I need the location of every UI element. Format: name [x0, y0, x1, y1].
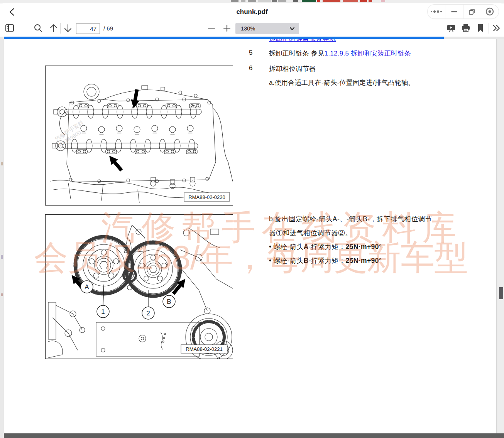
titlebar: chunk.pdf	[0, 3, 504, 20]
bookmark-button[interactable]	[475, 23, 485, 33]
pdf-page: 拆卸正时链条张紧导轨 5 拆卸正时链条 参见1.12.9.5 拆卸和安装正时链条…	[4, 39, 497, 433]
bg-fragment	[248, 0, 256, 2]
toolbar-divider	[489, 23, 489, 34]
focus-circle-button[interactable]	[481, 5, 499, 19]
zoom-out-button[interactable]	[206, 23, 216, 33]
more-options-button[interactable]	[428, 5, 445, 19]
step-b-line1: b.旋出固定螺栓-箭头A-、-箭头B-，拆下排气相位调节	[269, 212, 454, 226]
clipped-text-line: 拆卸正时链条张紧导轨	[269, 39, 336, 43]
double-chevron-right-icon	[492, 23, 502, 33]
dot-icon	[437, 10, 439, 13]
left-edge-strip	[0, 39, 4, 438]
horizontal-scrollbar-thumb[interactable]	[4, 433, 504, 438]
bullet-bold: B	[304, 257, 309, 264]
page-number-input[interactable]	[76, 23, 100, 34]
printer-icon	[461, 23, 471, 33]
timing-chain-link[interactable]: 1.12.9.5 拆卸和安装正时链条	[324, 50, 411, 57]
bg-fragment	[1, 162, 3, 165]
presentation-button[interactable]	[446, 23, 456, 33]
minimize-icon	[450, 7, 458, 16]
bg-fragment	[1, 293, 3, 296]
dot-icon	[433, 10, 436, 13]
torque-value: 25N·m+90°	[345, 257, 382, 264]
torque-bullet-b: • 螺栓-箭头B-拧紧力矩：25N·m+90°	[269, 254, 454, 268]
bg-fragment	[317, 0, 320, 2]
toolbar-divider	[219, 23, 219, 34]
callout-a-label: A	[85, 283, 89, 291]
figure1-label: RMA88-02-0220	[188, 194, 225, 200]
app-window: chunk.pdf	[0, 0, 504, 438]
bg-fragment	[323, 0, 340, 2]
figure-cam-phasers: A B 1 2 RMA88-02-0221	[45, 214, 233, 359]
step-number: 5	[249, 49, 252, 57]
bullet-bold: A	[304, 243, 309, 251]
zoom-in-button[interactable]	[222, 23, 232, 33]
restore-window-button[interactable]	[463, 5, 481, 19]
bullet-text: -拧紧力矩：	[309, 257, 346, 264]
more-tools-button[interactable]	[492, 23, 502, 33]
bg-fragment	[293, 0, 298, 2]
page-down-button[interactable]	[63, 23, 73, 33]
step-b-line2: 器①和进气相位调节器②。	[269, 226, 454, 240]
zoom-level-select[interactable]: 130%	[235, 23, 299, 34]
torque-value: 25N·m+90°	[345, 243, 382, 251]
figure2-label: RMA88-02-0221	[186, 346, 222, 352]
bookmark-icon	[475, 23, 485, 33]
minimize-button[interactable]	[445, 5, 463, 19]
pdf-toolbar: / 69 130%	[0, 20, 504, 37]
arrow-down-icon	[63, 23, 73, 33]
step-5-label: 拆卸正时链条 参见	[269, 50, 324, 57]
step-a-text: a.使用合适工具在-箭头-位置固定进/排气凸轮轴。	[269, 78, 415, 87]
presentation-icon	[446, 23, 456, 33]
print-button[interactable]	[461, 23, 471, 33]
bg-fragment	[302, 0, 316, 2]
step-5-text: 拆卸正时链条 参见1.12.9.5 拆卸和安装正时链条	[269, 49, 411, 58]
step-number: 6	[249, 64, 252, 72]
step-6-text: 拆卸相位调节器	[269, 64, 316, 73]
step-b-block: b.旋出固定螺栓-箭头A-、-箭头B-，拆下排气相位调节 器①和进气相位调节器②…	[269, 212, 454, 268]
callout-2-label: 2	[146, 310, 150, 317]
minus-icon	[206, 23, 216, 33]
bullet-text: -拧紧力矩：	[309, 243, 346, 251]
chevron-down-icon	[289, 25, 295, 32]
plus-icon	[222, 23, 232, 33]
bg-fragment	[278, 0, 286, 2]
dot-icon	[440, 11, 442, 12]
page-up-button[interactable]	[49, 23, 59, 33]
figure-camshafts: 汽修帮手资料 ID:749600 RMA88-02-0220	[45, 66, 233, 206]
bg-fragment	[1, 255, 3, 259]
search-button[interactable]	[33, 23, 43, 33]
bullet-text: • 螺栓-箭头	[269, 257, 304, 264]
bg-fragment	[381, 0, 385, 2]
callout-1-label: 1	[101, 308, 105, 315]
bg-fragment	[369, 0, 372, 2]
window-controls	[427, 4, 499, 19]
bg-fragment	[231, 0, 238, 2]
bg-fragment	[258, 0, 271, 2]
bg-fragment	[272, 0, 277, 2]
sidebar-toggle-button[interactable]	[5, 23, 15, 33]
bg-fragment	[360, 0, 367, 2]
torque-bullet-a: • 螺栓-箭头A-拧紧力矩：25N·m+90°	[269, 240, 454, 254]
bg-fragment	[241, 0, 245, 2]
restore-icon	[468, 7, 476, 16]
toolbar-divider	[60, 23, 61, 34]
search-icon	[33, 23, 43, 33]
zoom-level-value: 130%	[241, 25, 289, 32]
bullet-text: • 螺栓-箭头	[269, 243, 304, 251]
page-count-label: / 69	[103, 25, 113, 32]
bg-fragment	[343, 0, 358, 2]
vertical-scrollbar-thumb[interactable]	[499, 287, 503, 299]
vertical-scrollbar-track[interactable]	[497, 39, 504, 433]
circle-dot-icon	[485, 7, 495, 17]
callout-b-label: B	[167, 298, 171, 305]
sidebar-toggle-icon	[5, 23, 15, 33]
timing-chain-guide-link[interactable]: 拆卸正时链条张紧导轨	[269, 39, 336, 42]
dot-icon	[431, 11, 432, 12]
arrow-up-icon	[49, 23, 59, 33]
